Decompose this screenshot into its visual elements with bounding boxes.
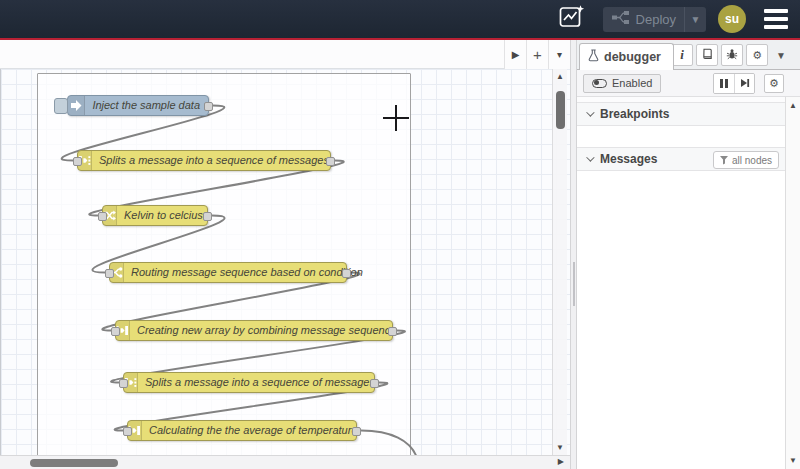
vertical-scroll-thumb[interactable] (556, 91, 565, 129)
flow-node-join[interactable]: Creating new array by combining message … (115, 320, 393, 341)
sidebar-tabbar: debugger i (577, 40, 800, 70)
message-filter-button[interactable]: all nodes (713, 151, 779, 169)
deploy-merge-icon (612, 10, 629, 28)
user-avatar[interactable]: su (718, 5, 746, 33)
crosshair-cursor (383, 105, 409, 131)
sidebar: debugger i (577, 40, 800, 469)
node-label: Splits a message into a sequence of mess… (92, 151, 340, 170)
flow-canvas-column: ▶ + ▾ Inject the sample dataSplits a mes… (0, 40, 570, 469)
output-port[interactable] (204, 102, 213, 111)
messages-label: Messages (600, 152, 657, 166)
debugger-toolbar: Enabled ⚙ (577, 70, 800, 97)
node-label: Inject the sample data (85, 96, 208, 115)
section-messages[interactable]: Messages all nodes (577, 147, 785, 171)
message-filter-label: all nodes (732, 155, 772, 166)
input-port[interactable] (119, 379, 128, 388)
scroll-tabs-right-icon[interactable]: ▶ (504, 40, 526, 69)
output-port[interactable] (342, 269, 351, 278)
book-icon (701, 48, 713, 62)
scroll-up-icon[interactable]: ▲ (553, 72, 567, 81)
chevron-down-icon[interactable]: ▼ (776, 50, 786, 61)
info-tab-button[interactable]: i (671, 44, 693, 66)
step-next-icon (740, 74, 750, 92)
flow-sparkle-icon-button[interactable] (555, 4, 589, 34)
inject-arrow-icon (68, 96, 85, 115)
debugger-panel: Breakpoints Messages all nodes (577, 97, 800, 469)
help-tab-button[interactable] (696, 44, 718, 66)
node-label: Splits a message into a sequence of mess… (138, 373, 386, 392)
canvas-horizontal-scrollbar[interactable]: ▶ (0, 455, 570, 469)
flow-tabstrip: ▶ + ▾ (0, 40, 570, 69)
gear-icon: ⚙ (769, 77, 779, 90)
debugger-settings-button[interactable]: ⚙ (764, 74, 784, 93)
flow-list-dropdown-icon[interactable]: ▾ (548, 40, 570, 69)
breakpoints-label: Breakpoints (600, 107, 669, 121)
flow-node-split[interactable]: Splits a message into a sequence of mess… (123, 372, 375, 393)
node-label: Routing message sequence based on condit… (124, 263, 371, 282)
scroll-down-icon[interactable]: ▼ (553, 443, 567, 452)
section-breakpoints[interactable]: Breakpoints (577, 102, 785, 126)
flow-node-join[interactable]: Calculating the the average of temperatu… (127, 420, 357, 441)
deploy-dropdown-button[interactable]: ▼ (684, 7, 706, 32)
input-port[interactable] (105, 269, 114, 278)
info-icon: i (680, 47, 684, 63)
gear-icon: ⚙ (752, 49, 762, 62)
app-header: Deploy ▼ su (0, 0, 800, 38)
splitter-grip (573, 262, 575, 306)
hamburger-menu-icon[interactable] (762, 8, 790, 30)
horizontal-scroll-thumb[interactable] (30, 459, 118, 467)
output-port[interactable] (352, 427, 361, 436)
node-red-app: Deploy ▼ su ▶ + ▾ Inject the sample data… (0, 0, 800, 469)
add-flow-button[interactable]: + (526, 40, 548, 69)
sidebar-scrollbar[interactable]: ▲ ▼ (785, 97, 800, 469)
sidebar-splitter[interactable] (570, 40, 577, 469)
flow-node-inject[interactable]: Inject the sample data (67, 95, 209, 116)
node-label: Creating new array by combining message … (130, 321, 404, 340)
flow-node-split[interactable]: Splits a message into a sequence of mess… (77, 150, 331, 171)
input-port[interactable] (73, 157, 82, 166)
tab-debugger-label: debugger (604, 50, 661, 64)
funnel-icon (720, 151, 728, 169)
debug-tab-button[interactable] (721, 44, 743, 66)
enabled-label: Enabled (612, 77, 652, 89)
flask-icon (588, 48, 599, 66)
inject-trigger-button[interactable] (54, 98, 68, 114)
canvas-vertical-scrollbar[interactable]: ▲ ▼ (552, 69, 567, 455)
node-label: Kelvin to celcius (117, 206, 211, 225)
input-port[interactable] (98, 212, 107, 221)
scroll-down-icon[interactable]: ▼ (786, 456, 800, 465)
breakpoints-empty-list (577, 126, 785, 147)
input-port[interactable] (111, 327, 120, 336)
toggle-on-icon (592, 79, 607, 88)
settings-tab-button[interactable]: ⚙ (746, 44, 768, 66)
input-port[interactable] (123, 427, 132, 436)
output-port[interactable] (370, 379, 379, 388)
flow-canvas[interactable]: Inject the sample dataSplits a message i… (0, 69, 570, 455)
chevron-down-icon (586, 108, 594, 116)
scroll-up-icon[interactable]: ▲ (786, 101, 800, 110)
bug-icon (726, 48, 738, 62)
pause-button[interactable] (714, 74, 734, 93)
output-port[interactable] (388, 327, 397, 336)
output-port[interactable] (203, 212, 212, 221)
pause-icon (720, 79, 729, 88)
step-next-button[interactable] (734, 74, 754, 93)
flow-node-change[interactable]: Kelvin to celcius (102, 205, 208, 226)
flow-sparkle-icon (558, 3, 586, 35)
nodes-layer: Inject the sample dataSplits a message i… (1, 69, 570, 455)
tab-debugger[interactable]: debugger (579, 43, 674, 70)
messages-empty-list (577, 171, 785, 469)
chevron-down-icon (586, 153, 594, 161)
flow-node-switch[interactable]: Routing message sequence based on condit… (109, 262, 347, 283)
deploy-button[interactable]: Deploy ▼ (603, 7, 706, 32)
scroll-right-icon[interactable]: ▶ (558, 457, 564, 466)
debugger-enabled-toggle[interactable]: Enabled (583, 74, 661, 93)
output-port[interactable] (326, 157, 335, 166)
node-label: Calculating the the average of temperatu… (142, 421, 366, 440)
deploy-label: Deploy (636, 12, 676, 27)
